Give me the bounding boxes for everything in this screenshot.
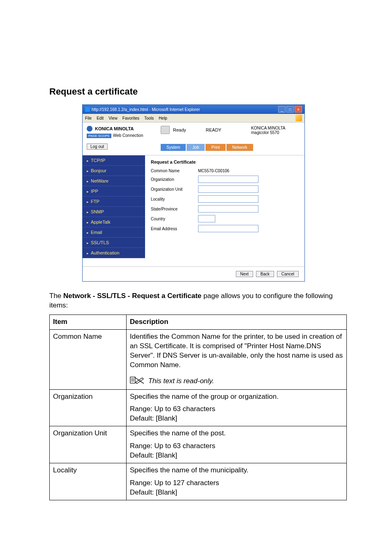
cell-item-organization-unit: Organization Unit: [50, 426, 127, 463]
label-country: Country: [151, 217, 198, 221]
th-item: Item: [50, 314, 127, 329]
cancel-button[interactable]: Cancel: [277, 271, 299, 277]
form-title: Request a Certificate: [151, 160, 299, 164]
minimize-icon[interactable]: _: [278, 106, 286, 113]
form-button-row: Next Back Cancel: [83, 266, 304, 281]
tab-network[interactable]: Network: [226, 144, 253, 151]
km-logo-text: KONICA MINOLTA: [95, 126, 134, 131]
table-row: Common Name Identifies the Common Name f…: [50, 329, 347, 389]
status-text: READY: [206, 127, 221, 132]
ready-label: Ready: [173, 127, 186, 132]
desc-organization-unit-default: Default: [Blank]: [130, 451, 343, 460]
km-logo-icon: [87, 126, 92, 132]
sidebar-item-authentication[interactable]: Authentication: [83, 248, 145, 258]
maximize-icon[interactable]: □: [286, 106, 294, 113]
label-state: State/Province: [151, 207, 198, 211]
cell-item-locality: Locality: [50, 463, 127, 500]
cell-desc-organization: Specifies the name of the group or organ…: [127, 389, 347, 426]
model-line1: KONICA MINOLTA: [251, 126, 300, 130]
back-button[interactable]: Back: [256, 271, 274, 277]
menu-favorites[interactable]: Favorites: [122, 116, 139, 120]
sidebar-item-snmp[interactable]: SNMP: [83, 207, 145, 217]
input-organization-unit[interactable]: [198, 185, 258, 193]
model-line2: magicolor 5570: [251, 130, 300, 135]
ie-window-title: http://192.168.1.2/a_index.html - Micros…: [92, 107, 200, 112]
label-common-name: Common Name: [151, 169, 198, 173]
description-table: Item Description Common Name Identifies …: [49, 314, 347, 500]
sidebar-item-netware[interactable]: NetWare: [83, 176, 145, 186]
body-text-bold: Network - SSL/TLS - Request a Certificat…: [63, 292, 201, 300]
ie-menubar: File Edit View Favorites Tools Help: [83, 114, 304, 123]
km-logo: KONICA MINOLTA: [87, 126, 161, 132]
desc-locality-default: Default: [Blank]: [130, 488, 343, 497]
sidebar-item-appletalk[interactable]: AppleTalk: [83, 217, 145, 227]
input-country[interactable]: [198, 215, 215, 222]
note-icon: [130, 376, 144, 387]
label-organization: Organization: [151, 177, 198, 182]
sidebar-item-ipp[interactable]: IPP: [83, 186, 145, 197]
printer-icon: [161, 126, 170, 134]
tab-bar: System Job Print Network: [157, 144, 304, 151]
desc-locality-text: Specifies the name of the municipality.: [130, 466, 343, 475]
table-row: Organization Unit Specifies the name of …: [50, 426, 347, 463]
page-heading: Request a certificate: [49, 86, 347, 97]
value-common-name: MC5570-C00106: [198, 169, 229, 173]
desc-locality-range: Range: Up to 127 characters: [130, 479, 343, 488]
table-row: Organization Specifies the name of the g…: [50, 389, 347, 426]
cell-desc-locality: Specifies the name of the municipality. …: [127, 463, 347, 500]
table-row: Locality Specifies the name of the munic…: [50, 463, 347, 500]
ie-window: http://192.168.1.2/a_index.html - Micros…: [82, 104, 305, 282]
body-paragraph: The Network - SSL/TLS - Request a Certif…: [49, 291, 347, 310]
sidebar-item-tcpip[interactable]: TCP/IP: [83, 155, 145, 166]
menu-edit[interactable]: Edit: [97, 116, 104, 120]
sidebar-item-ftp[interactable]: FTP: [83, 197, 145, 207]
next-button[interactable]: Next: [236, 271, 254, 277]
tab-job[interactable]: Job: [187, 144, 205, 151]
body-text-pre: The: [49, 292, 63, 300]
ie-titlebar: http://192.168.1.2/a_index.html - Micros…: [83, 105, 304, 114]
close-icon[interactable]: ×: [295, 106, 302, 113]
cell-desc-common-name: Identifies the Common Name for the print…: [127, 329, 347, 389]
input-locality[interactable]: [198, 195, 258, 203]
desc-common-name-text: Identifies the Common Name for the print…: [130, 333, 343, 369]
cell-item-common-name: Common Name: [50, 329, 127, 389]
note-text: This text is read-only.: [148, 377, 214, 385]
form-area: Request a Certificate Common Name MC5570…: [145, 155, 304, 258]
label-locality: Locality: [151, 197, 198, 201]
menu-file[interactable]: File: [85, 116, 92, 120]
sidebar-item-bonjour[interactable]: Bonjour: [83, 166, 145, 176]
desc-organization-text: Specifies the name of the group or organ…: [130, 392, 343, 402]
cell-desc-organization-unit: Specifies the name of the post. Range: U…: [127, 426, 347, 463]
input-state[interactable]: [198, 205, 258, 213]
desc-organization-unit-range: Range: Up to 63 characters: [130, 442, 343, 451]
tab-system[interactable]: System: [161, 144, 186, 151]
pagescope-badge: PAGE SCOPE: [87, 134, 111, 138]
screenshot-container: http://192.168.1.2/a_index.html - Micros…: [49, 104, 347, 282]
desc-organization-range: Range: Up to 63 characters: [130, 405, 343, 414]
menu-view[interactable]: View: [108, 116, 118, 120]
tab-print[interactable]: Print: [205, 144, 226, 151]
input-organization[interactable]: [198, 176, 258, 183]
sidebar: TCP/IP Bonjour NetWare IPP FTP SNMP Appl…: [83, 155, 145, 258]
pagescope-label: PAGE SCOPEWeb Connection: [87, 133, 161, 138]
th-description: Description: [127, 314, 347, 329]
pagescope-text: Web Connection: [113, 133, 143, 138]
label-organization-unit: Organization Unit: [151, 187, 198, 192]
sidebar-item-ssltls[interactable]: SSL/TLS: [83, 238, 145, 248]
logout-button[interactable]: Log out: [87, 143, 108, 150]
label-email: Email Address: [151, 227, 198, 231]
ie-flag-icon: [295, 115, 302, 121]
desc-organization-default: Default: [Blank]: [130, 414, 343, 423]
ie-icon: [85, 107, 90, 112]
desc-organization-unit-text: Specifies the name of the post.: [130, 429, 343, 438]
input-email[interactable]: [198, 225, 258, 232]
menu-help[interactable]: Help: [159, 116, 167, 120]
sidebar-item-email[interactable]: Email: [83, 227, 145, 238]
menu-tools[interactable]: Tools: [144, 116, 154, 120]
cell-item-organization: Organization: [50, 389, 127, 426]
